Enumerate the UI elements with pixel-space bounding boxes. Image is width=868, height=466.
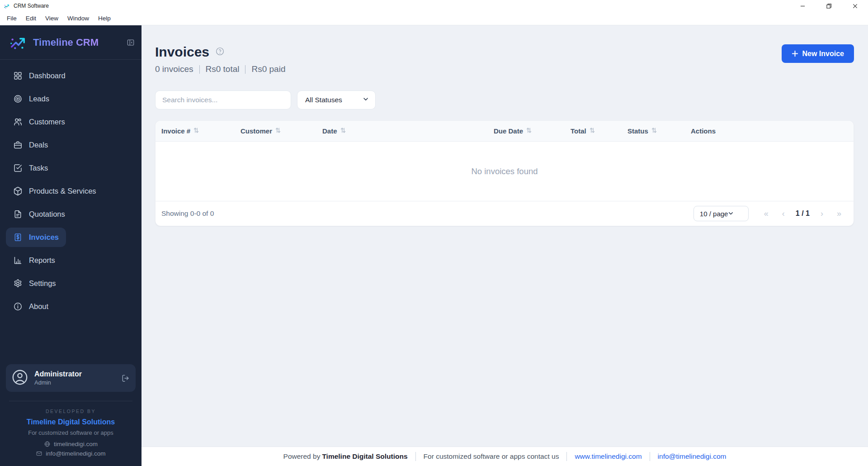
- column-header-customer[interactable]: Customer: [235, 127, 316, 135]
- column-label: Total: [571, 127, 586, 135]
- new-invoice-label: New Invoice: [802, 50, 844, 58]
- minimize-icon: [800, 4, 805, 9]
- column-label: Actions: [691, 127, 716, 135]
- sort-icon: [526, 127, 532, 133]
- sidebar-item-products-services[interactable]: Products & Services: [0, 180, 142, 203]
- restore-icon: [826, 4, 831, 9]
- prev-page-button[interactable]: ‹: [775, 206, 792, 221]
- user-role: Admin: [34, 379, 82, 386]
- column-label: Due Date: [494, 127, 523, 135]
- stat-1: Rs0 total: [206, 64, 240, 74]
- search-input[interactable]: [155, 90, 291, 109]
- sidebar-item-label: About: [29, 302, 48, 311]
- developer-email[interactable]: info@timelinedigi.com: [9, 450, 132, 457]
- package-icon: [13, 186, 23, 196]
- app-window: CRM Software FileEditViewWindowHelp: [0, 0, 868, 466]
- dashboard-icon: [13, 71, 23, 81]
- footer-divider: [650, 452, 650, 461]
- minimize-button[interactable]: [789, 0, 816, 12]
- sidebar-item-about[interactable]: About: [0, 295, 142, 318]
- title-bar: CRM Software: [0, 0, 868, 12]
- developed-by-heading: DEVELOPED BY: [9, 409, 132, 414]
- chevron-down-icon: [728, 210, 734, 218]
- sort-icon: [651, 127, 657, 133]
- results-summary: Showing 0-0 of 0: [161, 209, 214, 218]
- sidebar-item-settings[interactable]: Settings: [0, 272, 142, 295]
- sidebar-item-dashboard[interactable]: Dashboard: [0, 64, 142, 87]
- gear-icon: [13, 279, 23, 288]
- footer-website-link[interactable]: www.timelinedigi.com: [575, 452, 642, 461]
- column-header-due-date[interactable]: Due Date: [488, 127, 565, 135]
- powered-by-prefix: Powered by: [283, 452, 321, 460]
- user-card[interactable]: Administrator Admin: [6, 364, 136, 392]
- column-header-status[interactable]: Status: [622, 127, 685, 135]
- column-label: Date: [322, 127, 337, 135]
- maximize-button[interactable]: [816, 0, 842, 12]
- page-size-select[interactable]: 10 / page: [693, 206, 749, 221]
- file-text-icon: [13, 209, 23, 219]
- sidebar-item-label: Products & Services: [29, 187, 96, 195]
- column-header-total[interactable]: Total: [565, 127, 622, 135]
- stat-2: Rs0 paid: [251, 64, 285, 74]
- pager: «‹1 / 1›»: [758, 206, 848, 221]
- sidebar-item-label: Reports: [29, 256, 55, 265]
- footer: Powered byTimeline Digital Solutions For…: [142, 447, 868, 466]
- footer-divider: [415, 452, 416, 461]
- target-icon: [13, 94, 23, 104]
- first-page-button[interactable]: «: [758, 206, 775, 221]
- sidebar-item-deals[interactable]: Deals: [0, 133, 142, 157]
- stat-0: 0 invoices: [155, 64, 193, 74]
- briefcase-icon: [13, 140, 23, 150]
- info-icon: [13, 302, 23, 311]
- new-invoice-button[interactable]: New Invoice: [782, 44, 854, 63]
- sort-icon: [275, 127, 281, 133]
- close-button[interactable]: [842, 0, 868, 12]
- brand-name: Timeline CRM: [33, 37, 99, 48]
- footer-email-link[interactable]: info@timelinedigi.com: [658, 452, 726, 461]
- user-name: Administrator: [34, 370, 82, 378]
- sidebar-item-reports[interactable]: Reports: [0, 249, 142, 272]
- next-page-button[interactable]: ›: [813, 206, 830, 221]
- sidebar-item-label: Leads: [29, 95, 49, 103]
- developer-name[interactable]: Timeline Digital Solutions: [9, 418, 132, 426]
- sidebar-nav: DashboardLeadsCustomersDealsTasksProduct…: [0, 60, 142, 318]
- help-icon[interactable]: [215, 47, 225, 58]
- column-header-invoice[interactable]: Invoice #: [156, 127, 235, 135]
- developer-tagline: For customized software or apps: [9, 429, 132, 436]
- menu-view[interactable]: View: [41, 13, 63, 24]
- brand-row: Timeline CRM: [0, 25, 142, 60]
- logout-icon: [121, 374, 130, 383]
- column-label: Customer: [241, 127, 272, 135]
- sidebar-item-tasks[interactable]: Tasks: [0, 157, 142, 180]
- sidebar-item-label: Quotations: [29, 210, 65, 219]
- sidebar-item-quotations[interactable]: Quotations: [0, 203, 142, 226]
- developer-website[interactable]: timelinedigi.com: [9, 441, 132, 447]
- status-filter-select[interactable]: All Statuses: [297, 90, 376, 109]
- last-page-button[interactable]: »: [830, 206, 848, 221]
- app-icon: [4, 3, 9, 9]
- sidebar-item-customers[interactable]: Customers: [0, 110, 142, 133]
- sidebar-item-label: Tasks: [29, 164, 48, 172]
- close-icon: [853, 4, 858, 9]
- column-label: Invoice #: [161, 127, 190, 135]
- invoices-table: Invoice #CustomerDateDue DateTotalStatus…: [155, 120, 854, 226]
- users-icon: [13, 117, 23, 127]
- menu-file[interactable]: File: [2, 13, 21, 24]
- menu-edit[interactable]: Edit: [21, 13, 41, 24]
- stat-divider: [199, 65, 200, 74]
- footer-contact-text: For customized software or apps contact …: [424, 452, 559, 461]
- column-header-date[interactable]: Date: [316, 127, 488, 135]
- menu-help[interactable]: Help: [94, 13, 115, 24]
- footer-divider: [566, 452, 567, 461]
- menu-bar: FileEditViewWindowHelp: [0, 12, 868, 25]
- sidebar-item-leads[interactable]: Leads: [0, 87, 142, 110]
- footer-company: Timeline Digital Solutions: [322, 452, 407, 460]
- sidebar-collapse-button[interactable]: [126, 38, 135, 47]
- mail-icon: [36, 450, 42, 457]
- sidebar-item-invoices[interactable]: Invoices: [0, 226, 142, 249]
- menu-window[interactable]: Window: [63, 13, 94, 24]
- sidebar-item-label: Deals: [29, 141, 48, 149]
- logout-button[interactable]: [121, 374, 130, 383]
- table-header-row: Invoice #CustomerDateDue DateTotalStatus…: [156, 121, 854, 142]
- invoice-stats: 0 invoicesRs0 totalRs0 paid: [155, 64, 285, 74]
